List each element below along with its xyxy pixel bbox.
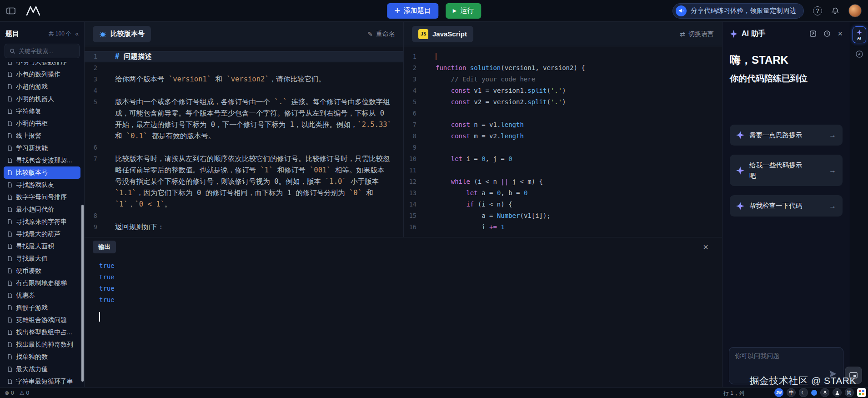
line-content[interactable] [105,85,403,96]
ai-suggestion-card[interactable]: 需要一点思路提示 → [730,125,843,146]
list-item[interactable]: 最大战力值 [4,363,80,375]
line-content[interactable]: 给你两个版本号 `version1` 和 `version2`，请你比较它们。 [105,74,403,85]
list-item[interactable]: 有点限制地走楼梯 [4,277,80,289]
editor-line[interactable]: 4 [85,85,403,96]
grid-icon[interactable] [857,388,866,397]
list-item[interactable]: 比较版本号 [4,166,80,179]
line-content[interactable]: function solution(version1, version2) { [425,62,722,74]
list-item[interactable]: 字符串最短循环子串 [4,375,80,387]
line-content[interactable]: const v1 = version1.split('.') [425,85,722,96]
list-item[interactable]: 字符修复 [4,105,80,117]
run-button[interactable]: ▶ 运行 [446,3,481,19]
line-content[interactable]: let i = 0, j = 0 [425,153,722,165]
list-item[interactable]: 小超的游戏 [4,81,80,93]
editor-line[interactable]: 2 [85,62,403,74]
editor-line[interactable]: 2 function solution(version1, version2) … [404,62,722,74]
line-content[interactable] [105,210,403,222]
line-content[interactable]: const v2 = version2.split('.') [425,96,722,108]
export-icon[interactable] [809,30,817,37]
list-item[interactable]: 找出整型数组中占... [4,326,80,338]
editor-line[interactable]: 1 # 问题描述 [85,51,403,62]
language-tab[interactable]: JS JavaScript [412,26,473,42]
line-content[interactable] [425,165,722,176]
collapse-icon[interactable]: « [75,30,79,37]
list-item[interactable]: 寻找原来的字符串 [4,216,80,228]
close-icon[interactable]: × [838,30,843,38]
list-item[interactable]: 寻找游戏队友 [4,179,80,191]
microphone-icon[interactable] [820,388,829,397]
tray-dot-icon[interactable] [811,390,817,396]
line-content[interactable]: a = Number(v1[i]); [425,210,722,222]
output-tab[interactable]: 输出 [93,241,116,253]
ai-suggestion-card[interactable]: 帮我检查一下代码 → [730,195,843,216]
line-content[interactable]: // Edit your code here [425,74,722,85]
list-item[interactable]: 数字字母问号排序 [4,191,80,203]
line-content[interactable]: if (i < n) { [425,199,722,210]
list-item[interactable]: 寻找最大值 [4,252,80,265]
editor-line[interactable]: 16 i += 1 [404,222,722,233]
editor-line[interactable]: 13 let a = 0, b = 0 [404,187,722,199]
editor-line[interactable]: 12 while (i < n || j < m) { [404,176,722,187]
line-content[interactable] [105,62,403,74]
list-item[interactable]: 优惠券 [4,289,80,302]
line-content[interactable]: i += 1 [425,222,722,233]
editor-line[interactable]: 3 给你两个版本号 `version1` 和 `version2`，请你比较它们… [85,74,403,85]
scrollbar-thumb[interactable] [81,205,84,382]
list-item[interactable]: 找单独的数 [4,351,80,363]
rename-button[interactable]: ✎ 重命名 [367,30,395,38]
editor-line[interactable]: 6 [85,142,403,153]
list-item[interactable]: 学习新技能 [4,142,80,154]
code-editor[interactable]: 1 2 function solution(version1, version2… [404,46,722,237]
help-icon[interactable]: ? [813,6,822,15]
compass-icon[interactable] [855,50,864,59]
list-item[interactable]: 最小趋同代价 [4,203,80,216]
list-item[interactable]: 小明与大整数排序 [4,62,80,68]
list-item[interactable]: 小明的机器人 [4,93,80,105]
promo-banner[interactable]: 分享代码练习体验，领限量定制周边 [672,3,804,19]
editor-line[interactable]: 4 const v1 = version1.split('.') [404,85,722,96]
editor-line[interactable]: 10 let i = 0, j = 0 [404,153,722,165]
list-item[interactable]: 摇骰子游戏 [4,302,80,314]
history-icon[interactable] [823,30,831,37]
line-content[interactable] [425,108,722,119]
user-icon[interactable] [833,388,842,397]
editor-line[interactable]: 9 [404,142,722,153]
line-content[interactable]: while (i < n || j < m) { [425,176,722,187]
avatar[interactable] [848,4,862,17]
list-item[interactable]: 小包的数列操作 [4,68,80,81]
line-content[interactable] [105,142,403,153]
line-content[interactable]: let a = 0, b = 0 [425,187,722,199]
picture-in-picture-button[interactable] [845,367,862,384]
editor-line[interactable]: 5 const v2 = version2.split('.') [404,96,722,108]
editor-line[interactable]: 8 [85,210,403,222]
ime-simplified-icon[interactable]: 简 [845,388,854,397]
bell-icon[interactable] [831,7,839,15]
line-content[interactable] [425,51,722,62]
editor-line[interactable]: 7 const n = v1.length [404,119,722,131]
search-input[interactable] [19,48,75,55]
editor-line[interactable]: 8 const m = v2.length [404,131,722,142]
list-item[interactable]: 找出最长的神奇数列 [4,338,80,351]
ime-chinese-icon[interactable]: 中 [787,388,796,397]
list-item[interactable]: 英雄组合游戏问题 [4,314,80,326]
output-console[interactable]: true true true true [85,257,722,322]
editor-line[interactable]: 15 a = Number(v1[i]); [404,210,722,222]
editor-line[interactable]: 3 // Edit your code here [404,74,722,85]
tray-app-icon[interactable]: JW [774,388,783,397]
cursor-position[interactable]: 行 1，列 [723,389,744,397]
moon-icon[interactable]: ☾ [799,388,808,397]
line-content[interactable]: 返回规则如下： [105,222,403,233]
problem-tab[interactable]: 比较版本号 [93,26,151,42]
editor-line[interactable]: 9 返回规则如下： [85,222,403,233]
editor-line[interactable]: 14 if (i < n) { [404,199,722,210]
line-content[interactable]: const n = v1.length [425,119,722,131]
list-item[interactable]: 硬币凑数 [4,265,80,277]
ai-input-box[interactable] [729,347,843,384]
list-item[interactable]: 寻找最大面积 [4,240,80,252]
editor-line[interactable]: 11 [404,165,722,176]
editor-line[interactable]: 1 [404,51,722,62]
sidebar-toggle-icon[interactable] [6,7,15,15]
close-icon[interactable]: × [703,242,708,252]
line-content[interactable]: 比较版本号时，请按从左到右的顺序依次比较它们的修订号。比较修订号时，只需比较忽略… [105,153,403,210]
list-item[interactable]: 寻找最大的葫芦 [4,228,80,240]
